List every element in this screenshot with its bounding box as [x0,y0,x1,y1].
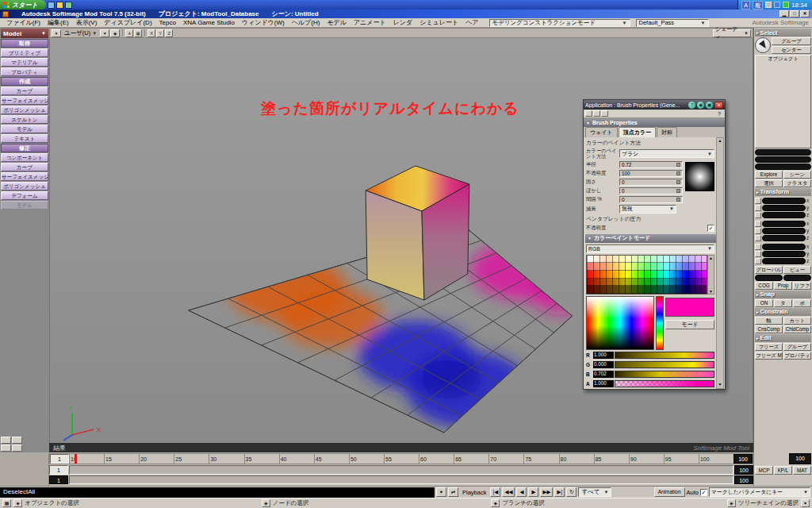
app-titlebar[interactable]: Autodesk Softimage Mod Tool 7.5 (32-bit)… [0,10,812,18]
channel-g-slider[interactable] [615,361,714,368]
minimize-button[interactable]: ▁ [779,10,789,17]
freeze-m-button[interactable]: フリーズ M [755,352,783,360]
menu-simulate[interactable]: シミュレート [416,18,462,27]
axis-constrain-button[interactable]: 軸 [755,317,783,325]
btn-property[interactable]: プロパティ [1,67,48,76]
explore-button[interactable]: Explore [755,171,783,179]
hardness-slider[interactable]: 0 [619,179,683,186]
center-button[interactable]: センター [772,46,811,54]
rotate-z-value[interactable] [762,235,806,241]
range-scrollbar[interactable] [69,465,733,475]
status-node-select[interactable]: ノードの選択 [273,499,309,507]
saturation-value-picker[interactable] [586,296,654,350]
jump-start-button[interactable]: |◀ [490,487,500,497]
ime-kana-chip[interactable]: 般 [753,1,763,10]
btn-text[interactable]: テキスト [1,134,48,143]
slider-thumb[interactable] [676,189,680,193]
pin-icon[interactable]: ◉ [697,102,704,109]
channel-b-value[interactable]: 0.702 [593,371,614,378]
snap-target-button[interactable]: タ [774,299,792,307]
btn-skeleton[interactable]: スケルトン [1,115,48,124]
dialog-titlebar[interactable]: Application : Brush Properties (Gene... … [584,100,725,110]
view-mode-button[interactable]: ビュー [783,266,811,274]
frame-start-box[interactable]: 1 [50,454,69,464]
auto-key-toggle[interactable]: Auto ✓ [687,489,707,496]
translate-z-button[interactable] [755,258,761,264]
scroll-up-icon[interactable]: ▲ [717,138,723,144]
radius-slider[interactable]: 0.72 [619,161,683,168]
menu-file[interactable]: ファイル(F) [3,18,44,27]
viewport-menu-icon[interactable]: ▼ [52,29,61,37]
range-start-box[interactable]: 1 [49,465,68,475]
filter-icon[interactable]: ◈ [13,499,22,507]
keyframe-icon[interactable] [601,110,608,117]
menu-model[interactable]: モデル [324,18,350,27]
menu-xna[interactable]: XNA Game Studio [180,19,238,26]
tray-icon[interactable] [783,2,789,8]
menu-edit[interactable]: 編集(E) [44,18,72,27]
slider-thumb[interactable] [676,163,680,167]
cog-button[interactable]: COG [755,282,773,290]
menu-animate[interactable]: アニメート [350,18,389,27]
frame-end-box[interactable]: 100 [733,454,753,464]
ime-mode-chip[interactable]: A [741,1,750,10]
playback-scope-dropdown[interactable]: すべて ▼ [578,487,611,497]
selection-value-pill[interactable] [755,164,811,170]
chevron-down-icon[interactable]: ▾ [801,499,810,507]
translate-x-value[interactable] [762,244,806,250]
help-icon[interactable]: ? [688,102,695,109]
btn-component[interactable]: コンポーネント [1,153,48,162]
recycle-icon[interactable]: ▣ [706,102,713,109]
scroll-down-icon[interactable]: ▼ [717,382,723,388]
jump-end-button[interactable]: ▶| [554,487,565,497]
rotate-z-button[interactable] [755,235,761,241]
btn-curve-mod[interactable]: カーブ [1,163,48,171]
section-get[interactable]: 取得 [1,39,48,48]
scene-button[interactable]: シーン [783,171,811,179]
range-end-box[interactable]: 100 [734,465,753,475]
refresh-icon[interactable]: ⇄ [448,487,458,497]
play-button[interactable]: ▶ [528,487,538,497]
freeze-button[interactable]: フリーズ [755,343,783,351]
select-button[interactable]: 選択 [755,179,783,187]
palette-row[interactable] [587,271,707,279]
global-mode-button[interactable]: グローバル [755,266,783,274]
blur-slider[interactable]: 0 [619,187,683,194]
frame-back-button[interactable]: ◀◀ [502,487,515,497]
timeline-ruler[interactable]: 1 10 15 20 25 30 35 40 45 50 55 60 65 70 [49,453,753,464]
colorspace-dropdown[interactable]: RGB ▼ [586,244,714,253]
btn-surface-mesh[interactable]: サーフェイスメッシュ [1,96,48,105]
playhead[interactable] [75,454,77,464]
lock-icon[interactable] [585,110,592,117]
slider-thumb[interactable] [676,180,680,184]
btn-curve[interactable]: カーブ [1,87,48,95]
scroll-up-icon[interactable]: ▲ [708,256,714,260]
playback-options-icon[interactable]: ▾ [436,487,446,497]
scale-y-value[interactable] [762,205,806,211]
selection-value-pill[interactable] [755,149,811,156]
color-paint-mode-section[interactable]: ▼ カラーペイントモード [585,234,722,243]
menu-display[interactable]: ディスプレイ(D) [101,18,155,27]
scale-x-value[interactable] [762,198,806,204]
status-branch-select[interactable]: ブランチの選択 [502,499,544,507]
scale-y-button[interactable] [755,205,761,211]
palette-row[interactable] [587,263,707,271]
palette-row[interactable] [587,256,707,264]
falloff-dropdown[interactable]: 無視 ▼ [619,205,676,214]
status-tree-select[interactable]: ツリーチェインの選択 [738,499,799,507]
transform-pill[interactable] [783,275,811,281]
close-button[interactable]: ✕ [800,10,810,17]
current-color-swatch[interactable] [665,298,714,317]
spacing-slider[interactable]: 0 [619,196,683,203]
menu-help[interactable]: ヘルプ(H) [289,18,324,27]
loop-end-box[interactable]: 100 [789,453,811,464]
group-button[interactable]: グループ [772,37,811,45]
close-icon[interactable]: × [714,102,723,109]
channel-a-slider[interactable] [615,380,714,387]
hue-bar[interactable] [656,296,664,350]
panel-mini-button[interactable] [1,437,11,444]
panel-mini-button[interactable] [12,437,22,444]
prop-button[interactable]: Prop [774,282,792,290]
btn-model[interactable]: モデル [1,125,48,133]
panel-mode-selector[interactable]: Model ▼ [1,29,48,38]
